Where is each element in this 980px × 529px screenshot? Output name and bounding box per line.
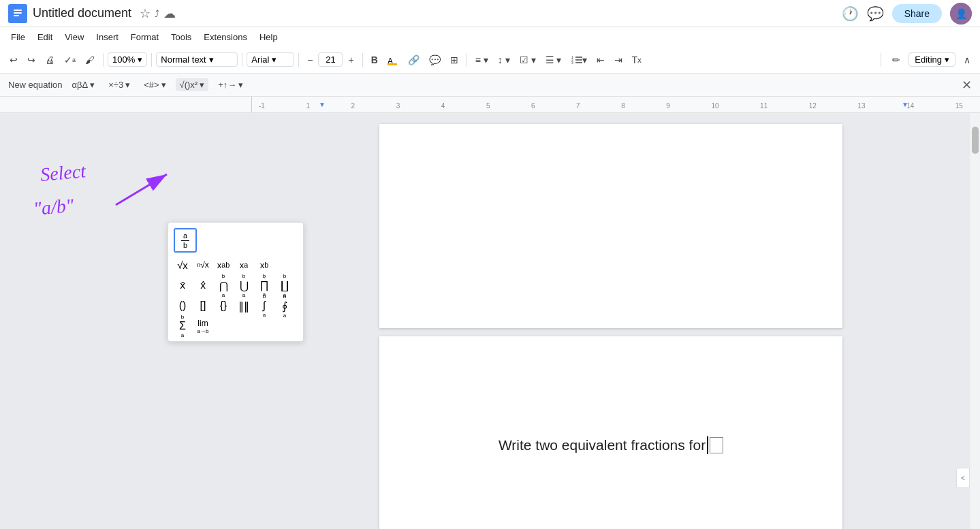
hat-button[interactable]: x̂ [194, 276, 212, 295]
font-size-increase[interactable]: + [344, 52, 358, 68]
bullets-button[interactable]: ☰ ▾ [541, 52, 566, 68]
clear-format-button[interactable]: Tx [628, 52, 646, 68]
norm-button[interactable]: ‖‖ [235, 296, 253, 315]
eq-arrows-button[interactable]: +↑→ ▾ [214, 78, 247, 91]
scrollbar[interactable] [970, 113, 980, 529]
eq-close-button[interactable]: ✕ [962, 78, 972, 93]
nth-root-button[interactable]: n√x [194, 255, 212, 274]
style-select[interactable]: Normal text ▾ [156, 52, 238, 67]
zoom-select[interactable]: 100% ▾ [108, 52, 147, 67]
product-button[interactable]: b∏a [255, 276, 273, 295]
eq-greek-button[interactable]: αβΔ ▾ [68, 78, 99, 91]
checklist-button[interactable]: ☑ ▾ [516, 52, 540, 68]
union-button[interactable]: b⋃a [235, 276, 253, 295]
font-size-decrease[interactable]: − [303, 52, 317, 68]
zoom-value: 100% [112, 54, 135, 65]
linespace-button[interactable]: ↕ ▾ [494, 52, 514, 68]
braces-button[interactable]: {} [215, 296, 232, 315]
eq-label: New equation [8, 80, 63, 90]
page-2-content: Write two equivalent fractions for [471, 409, 750, 481]
integral-button[interactable]: b∫a [255, 296, 273, 315]
menu-extensions[interactable]: Extensions [198, 31, 253, 44]
page-2: Write two equivalent fractions for [379, 336, 842, 529]
document-text: Write two equivalent fractions for [499, 437, 706, 453]
coproduct-button[interactable]: b∐a [276, 276, 294, 295]
sub-super-button[interactable]: xab [215, 255, 232, 274]
highlight-button[interactable]: A [383, 52, 402, 68]
sidebar-toggle[interactable]: < [956, 468, 970, 488]
divider-4 [298, 53, 299, 67]
numbering-button[interactable]: 123 ▾ [567, 52, 591, 68]
menu-help[interactable]: Help [254, 31, 283, 44]
font-select[interactable]: Arial ▾ [247, 52, 294, 67]
intersection-button[interactable]: b⋂a [215, 276, 232, 295]
eq-greek-label: αβΔ [72, 80, 89, 90]
bold-button[interactable]: B [367, 52, 382, 68]
avatar[interactable]: 👤 [950, 3, 972, 25]
spellcheck-button[interactable]: ✓a [60, 52, 80, 68]
star-icon[interactable]: ☆ [140, 6, 151, 21]
menu-file[interactable]: File [5, 31, 31, 44]
overline-button[interactable]: x̄ [174, 276, 191, 295]
fraction-button[interactable]: a b [176, 231, 194, 250]
parens-button[interactable]: () [174, 296, 191, 315]
menu-format[interactable]: Format [125, 31, 164, 44]
font-value: Arial [251, 54, 269, 65]
toolbar: ↩ ↪ 🖨 ✓a 🖌 100% ▾ Normal text ▾ Arial ▾ … [0, 46, 980, 74]
editing-select[interactable]: Editing ▾ [908, 52, 955, 67]
doc-icon [8, 4, 27, 23]
math-popup-row4: bΣa lima→b [174, 317, 298, 336]
collapse-toolbar-button[interactable]: ∧ [960, 52, 975, 68]
eq-math-button[interactable]: √()x² ▾ [176, 78, 209, 91]
align-button[interactable]: ≡ ▾ [471, 52, 492, 68]
menu-edit[interactable]: Edit [32, 31, 58, 44]
undo-button[interactable]: ↩ [5, 52, 22, 68]
menu-tools[interactable]: Tools [165, 31, 197, 44]
font-size-input[interactable]: 21 [318, 52, 343, 67]
menu-insert[interactable]: Insert [91, 31, 124, 44]
divider-7 [881, 53, 881, 67]
divider-2 [151, 53, 152, 67]
contour-int-button[interactable]: b∮a [276, 296, 294, 315]
image-insert[interactable]: ⊞ [446, 52, 462, 68]
sqrt-button[interactable]: √x [174, 255, 191, 274]
sidebar-chevron-icon: < [961, 475, 965, 482]
paintformat-button[interactable]: 🖌 [81, 52, 99, 68]
super-b-button[interactable]: xb [255, 255, 273, 274]
menubar: File Edit View Insert Format Tools Exten… [0, 27, 980, 46]
editing-label: Editing [915, 54, 942, 65]
titlebar: Untitled document ☆ ⤴ ☁ 🕐 💬 Share 👤 [0, 0, 980, 27]
document-title[interactable]: Untitled document [33, 6, 131, 20]
ruler: -112345 678910 1112131415 ▼ ▼ [0, 97, 980, 113]
redo-button[interactable]: ↪ [23, 52, 39, 68]
svg-rect-3 [14, 15, 19, 16]
lim-button[interactable]: lima→b [194, 317, 212, 336]
svg-rect-1 [14, 10, 22, 11]
page-area[interactable]: Write two equivalent fractions for [252, 113, 970, 529]
titlebar-right: 🕐 💬 Share 👤 [842, 3, 972, 25]
history-icon[interactable]: 🕐 [842, 5, 859, 22]
eq-greek-chevron: ▾ [90, 80, 95, 90]
eq-ops-button[interactable]: ×÷3 ▾ [104, 78, 134, 91]
zoom-chevron: ▾ [138, 54, 142, 65]
pencil-icon[interactable]: ✏ [888, 52, 904, 68]
divider-3 [242, 53, 242, 67]
svg-rect-2 [14, 12, 22, 14]
eq-rel-button[interactable]: <#> ▾ [140, 78, 170, 91]
move-icon[interactable]: ⤴ [155, 8, 159, 19]
comments-icon[interactable]: 💬 [867, 5, 884, 22]
link-button[interactable]: 🔗 [404, 52, 424, 68]
title-icons: ☆ ⤴ ☁ [140, 6, 176, 21]
indent-dec-button[interactable]: ⇤ [592, 52, 609, 68]
math-popup-row3: () [] {} ‖‖ b∫a b∮a [174, 296, 298, 315]
print-button[interactable]: 🖨 [41, 52, 59, 68]
math-popup-row2: x̄ x̂ b⋂a b⋃a b∏a b∐a [174, 276, 298, 295]
share-button[interactable]: Share [892, 4, 942, 23]
menu-view[interactable]: View [59, 31, 89, 44]
super-a-button[interactable]: xa [235, 255, 253, 274]
sum-button[interactable]: bΣa [174, 317, 191, 336]
brackets-button[interactable]: [] [194, 296, 212, 315]
text-cursor [707, 436, 708, 454]
comment-button[interactable]: 💬 [425, 52, 445, 68]
indent-inc-button[interactable]: ⇥ [610, 52, 627, 68]
